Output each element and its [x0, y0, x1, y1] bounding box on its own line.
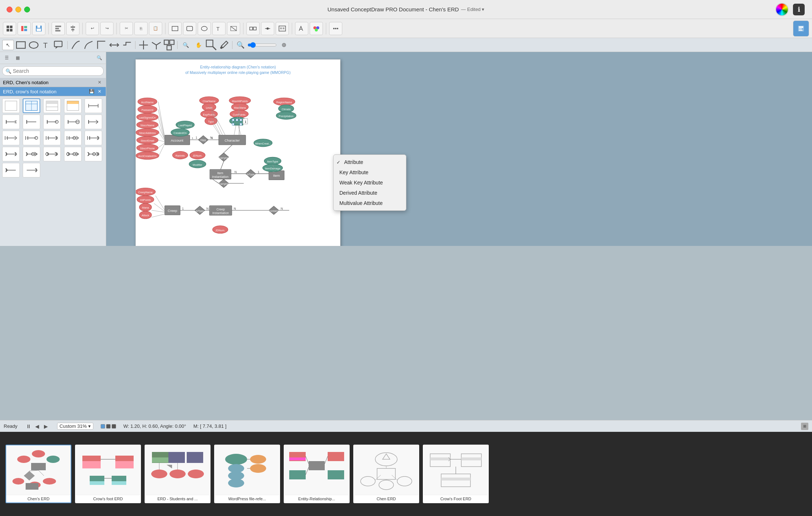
- callout-tool[interactable]: [53, 40, 65, 50]
- container-tool[interactable]: [276, 22, 289, 35]
- thumb-chen-erd[interactable]: Chen ERD: [353, 445, 419, 503]
- shape-cross4[interactable]: [64, 147, 82, 161]
- shape-cross3[interactable]: [43, 147, 61, 161]
- save-category-icon[interactable]: 💾: [88, 88, 95, 95]
- shape-table3[interactable]: [64, 98, 82, 113]
- connection-point-tool[interactable]: [261, 22, 274, 35]
- shape-dline3[interactable]: [43, 131, 61, 145]
- thumb-entity-relationship[interactable]: Entity-Relationship...: [284, 445, 350, 503]
- stop-button[interactable]: ⏸: [25, 423, 32, 430]
- shape-hline4[interactable]: [64, 115, 82, 129]
- canvas-area[interactable]: Entity-relationship diagram (Chen's nota…: [106, 52, 812, 246]
- align-button[interactable]: [66, 22, 79, 35]
- ctx-key-attribute[interactable]: Key Attribute: [334, 167, 406, 177]
- shape-dline2[interactable]: [23, 131, 40, 145]
- sidebar-grid-view[interactable]: ▦: [12, 53, 23, 62]
- smart-panel-button[interactable]: [793, 20, 809, 37]
- page-dot-1[interactable]: [101, 424, 105, 429]
- rect-tool[interactable]: [168, 22, 182, 35]
- search-input[interactable]: [13, 68, 100, 74]
- eyedropper-tool[interactable]: [218, 40, 230, 50]
- svg-rect-285: [236, 119, 238, 121]
- close-category-icon[interactable]: ✕: [96, 79, 103, 86]
- thumb-wordpress[interactable]: WordPress file-refe...: [214, 445, 280, 503]
- thumb-crows-foot[interactable]: Crow's foot ERD: [75, 445, 141, 503]
- shape-cross1[interactable]: [2, 147, 20, 161]
- layout-button[interactable]: [18, 22, 31, 35]
- ctx-derived-attribute[interactable]: Derived Attribute: [334, 188, 406, 198]
- shape-hline2[interactable]: [23, 115, 40, 129]
- rect-draw-tool[interactable]: [15, 40, 27, 50]
- arrange-button[interactable]: [52, 22, 65, 35]
- page-dot-3[interactable]: [112, 424, 116, 429]
- ctx-attribute[interactable]: Attribute: [334, 157, 406, 167]
- thumb-chens-erd[interactable]: Chen's ERD: [5, 445, 71, 503]
- select-tool[interactable]: ↖: [2, 40, 14, 50]
- prev-button[interactable]: ◀: [34, 423, 41, 430]
- pan-tool[interactable]: ✋: [193, 40, 204, 50]
- zoom-selector[interactable]: Custom 31% ▾: [57, 423, 93, 430]
- line-tool[interactable]: [227, 22, 240, 35]
- shape-cross2[interactable]: [23, 147, 40, 161]
- expand-connector-tool[interactable]: [138, 40, 149, 50]
- ellipse-draw-tool[interactable]: [28, 40, 40, 50]
- shape-plus2[interactable]: [23, 163, 40, 177]
- page-dot-2[interactable]: [106, 424, 111, 429]
- shrink-connector-tool[interactable]: [150, 40, 162, 50]
- zoom-out-tool[interactable]: 🔍: [180, 40, 191, 50]
- grid-view-button[interactable]: [3, 22, 16, 35]
- text-draw-tool[interactable]: T: [41, 40, 52, 50]
- shape-connector[interactable]: [85, 98, 102, 113]
- group-tool[interactable]: [163, 40, 175, 50]
- ctx-weak-key-attribute[interactable]: Weak Key Attribute: [334, 177, 406, 188]
- shape-hline3[interactable]: [43, 115, 61, 129]
- ellipse-tool[interactable]: [198, 22, 211, 35]
- info-button[interactable]: ℹ: [793, 4, 805, 15]
- rounded-rect-tool[interactable]: [183, 22, 196, 35]
- bidirectional-tool[interactable]: [108, 40, 120, 50]
- shape-table[interactable]: [23, 98, 40, 113]
- close-category-icon2[interactable]: ✕: [96, 88, 103, 95]
- zoom-out-btn[interactable]: 🔍: [235, 40, 246, 50]
- angled-connector-tool[interactable]: [96, 40, 107, 50]
- shape-blank[interactable]: [2, 98, 20, 113]
- shape-table2[interactable]: [43, 98, 61, 113]
- undo-button[interactable]: ↩: [86, 22, 99, 35]
- shape-hline[interactable]: [2, 115, 20, 129]
- ctx-multivalue-attribute[interactable]: Multivalue Attribute: [334, 198, 406, 208]
- shape-plus1[interactable]: [2, 163, 20, 177]
- zoom-slider[interactable]: [247, 42, 277, 48]
- thumb-crows-foot-2[interactable]: Crow's Foot ERD: [423, 445, 489, 503]
- color-button[interactable]: [310, 22, 323, 35]
- shape-cross5[interactable]: [85, 147, 102, 161]
- shape-dline1[interactable]: [2, 131, 20, 145]
- smart-connector-tool[interactable]: [121, 40, 133, 50]
- cut-button[interactable]: ✂: [120, 22, 133, 35]
- curved-connector-tool[interactable]: [83, 40, 94, 50]
- minimize-button[interactable]: [15, 7, 21, 12]
- more-tools[interactable]: [329, 22, 342, 35]
- connector-tool[interactable]: [246, 22, 260, 35]
- color-wheel[interactable]: [775, 3, 789, 16]
- redo-button[interactable]: ↪: [100, 22, 113, 35]
- close-button[interactable]: [7, 7, 12, 12]
- zoom-in-btn[interactable]: ⊕: [278, 40, 290, 50]
- category-erd-chen[interactable]: ERD, Chen's notation ✕: [0, 78, 106, 87]
- connector-draw-tool[interactable]: [70, 40, 82, 50]
- fit-page-button[interactable]: ⊞: [801, 423, 808, 430]
- thumb-erd-students[interactable]: ERD - Students and ...: [145, 445, 211, 503]
- paste-button[interactable]: 📋: [149, 22, 162, 35]
- maximize-button[interactable]: [24, 7, 30, 12]
- shape-dline5[interactable]: [85, 131, 102, 145]
- style-button[interactable]: [295, 22, 308, 35]
- save-button[interactable]: [32, 22, 45, 35]
- zoom-area-tool[interactable]: [205, 40, 217, 50]
- copy-button[interactable]: ⎘: [134, 22, 148, 35]
- shape-dline4[interactable]: [64, 131, 82, 145]
- sidebar-list-view[interactable]: ☰: [1, 53, 12, 62]
- sidebar-search-toggle[interactable]: 🔍: [94, 53, 104, 62]
- next-button[interactable]: ▶: [42, 423, 50, 430]
- text-tool[interactable]: T: [212, 22, 226, 35]
- category-erd-crow[interactable]: ERD, crow's foot notation 💾 ✕: [0, 87, 106, 96]
- shape-hline5[interactable]: [85, 115, 102, 129]
